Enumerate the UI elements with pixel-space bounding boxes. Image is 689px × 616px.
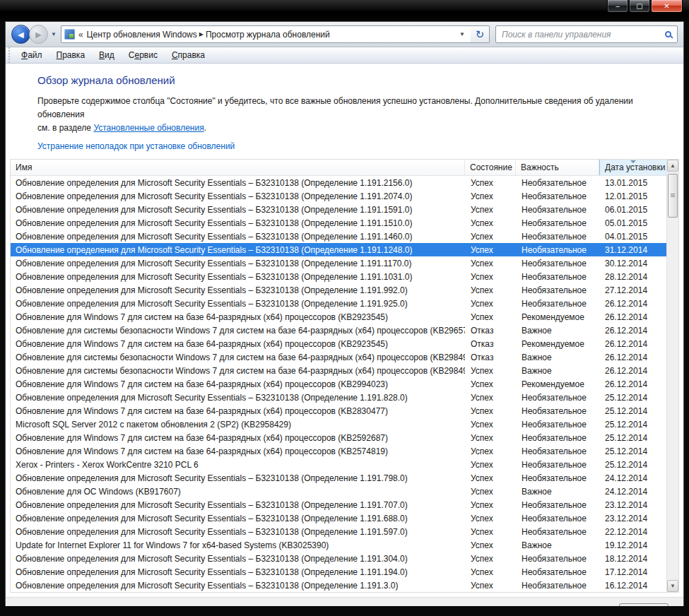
menu-item-файл[interactable]: Файл bbox=[14, 48, 49, 62]
table-row[interactable]: Xerox - Printers - Xerox WorkCentre 3210… bbox=[11, 458, 666, 471]
breadcrumb-item[interactable]: Просмотр журнала обновлений bbox=[206, 30, 330, 40]
ok-button[interactable]: OK bbox=[619, 603, 669, 607]
back-button[interactable]: ◄ bbox=[11, 25, 30, 44]
forward-button[interactable]: ► bbox=[29, 25, 48, 44]
menu-item-вид[interactable]: Вид bbox=[92, 48, 122, 62]
breadcrumb-item[interactable]: Центр обновления Windows bbox=[87, 30, 197, 40]
cell-date: 26.12.2014 bbox=[599, 312, 666, 322]
table-row[interactable]: Обновление для системы безопасности Wind… bbox=[11, 324, 666, 337]
cell-status: Успех bbox=[465, 272, 516, 282]
cell-status: Успех bbox=[465, 567, 516, 577]
table-row[interactable]: Обновление определения для Microsoft Sec… bbox=[11, 283, 666, 297]
cell-importance: Необязательное bbox=[516, 393, 599, 403]
cell-status: Успех bbox=[465, 500, 516, 510]
table-row[interactable]: Обновление для системы безопасности Wind… bbox=[11, 364, 666, 377]
table-row[interactable]: Обновление для Windows 7 для систем на б… bbox=[11, 431, 666, 444]
table-row[interactable]: Обновление для Windows 7 для систем на б… bbox=[11, 337, 666, 350]
search-icon bbox=[665, 31, 671, 37]
column-header-status[interactable]: Состояние bbox=[465, 160, 516, 175]
scrollbar-thumb[interactable] bbox=[668, 174, 678, 218]
cell-status: Успех bbox=[465, 285, 516, 295]
table-row[interactable]: Обновление определения для Microsoft Sec… bbox=[11, 498, 666, 511]
table-row[interactable]: Microsoft SQL Server 2012 с пакетом обно… bbox=[11, 417, 666, 431]
scroll-up-button[interactable]: ▲ bbox=[667, 160, 678, 172]
table-row[interactable]: Update for Internet Explorer 11 for Wind… bbox=[11, 538, 666, 552]
table-row[interactable]: Обновление для Windows 7 для систем на б… bbox=[11, 377, 666, 391]
cell-status: Успех bbox=[465, 554, 516, 564]
cell-importance: Необязательное bbox=[516, 205, 599, 215]
minimize-button[interactable]: – bbox=[607, 0, 628, 13]
menu-item-сервис[interactable]: Сервис bbox=[122, 48, 165, 62]
table-row[interactable]: Обновление определения для Microsoft Sec… bbox=[11, 552, 666, 565]
cell-name: Обновление для Windows 7 для систем на б… bbox=[11, 339, 465, 349]
cell-date: 18.12.2014 bbox=[599, 554, 666, 564]
cell-name: Обновление для Windows 7 для систем на б… bbox=[11, 406, 465, 416]
cell-importance: Важное bbox=[516, 540, 599, 550]
intro-line1: Проверьте содержимое столбца "Состояние"… bbox=[37, 96, 633, 119]
breadcrumb-overflow-icon[interactable]: « bbox=[78, 30, 83, 40]
table-row[interactable]: Обновление определения для Microsoft Sec… bbox=[11, 270, 666, 283]
vertical-scrollbar[interactable]: ▲ ▼ bbox=[666, 160, 678, 592]
cell-status: Успех bbox=[465, 420, 516, 430]
cell-importance: Необязательное bbox=[516, 218, 599, 228]
scrollbar-track[interactable] bbox=[667, 172, 678, 580]
cell-importance: Необязательное bbox=[516, 420, 599, 430]
search-input[interactable]: Поиск в панели управления bbox=[495, 25, 678, 43]
column-header-date[interactable]: Дата установки bbox=[599, 160, 666, 175]
recent-pages-dropdown-icon[interactable]: ▼ bbox=[51, 31, 57, 37]
cell-status: Успех bbox=[465, 191, 516, 201]
table-row[interactable]: Обновление определения для Microsoft Sec… bbox=[11, 203, 666, 216]
table-row[interactable]: Обновление определения для Microsoft Sec… bbox=[11, 189, 666, 203]
table-row[interactable]: Обновление определения для Microsoft Sec… bbox=[11, 565, 666, 579]
cell-status: Отказ bbox=[465, 339, 516, 349]
table-row[interactable]: Обновление определения для Microsoft Sec… bbox=[11, 511, 666, 525]
close-button[interactable]: ✕ bbox=[651, 0, 683, 13]
table-row[interactable]: Обновление определения для Microsoft Sec… bbox=[11, 256, 666, 270]
address-bar[interactable]: « Центр обновления Windows▶Просмотр журн… bbox=[61, 25, 471, 43]
cell-date: 23.12.2014 bbox=[599, 500, 666, 510]
table-row[interactable]: Обновление определения для Microsoft Sec… bbox=[11, 297, 666, 310]
column-header-date-label: Дата установки bbox=[605, 162, 665, 172]
table-row[interactable]: Обновление для Windows 7 для систем на б… bbox=[11, 310, 666, 324]
table-row[interactable]: Обновление определения для Microsoft Sec… bbox=[11, 216, 666, 230]
menu-item-справка[interactable]: Справка bbox=[165, 48, 212, 62]
cell-date: 16.12.2014 bbox=[599, 581, 666, 591]
cell-date: 30.12.2014 bbox=[599, 259, 666, 268]
cell-status: Успех bbox=[465, 245, 516, 255]
table-row[interactable]: Обновление для Windows 7 для систем на б… bbox=[11, 444, 666, 458]
cell-date: 23.12.2014 bbox=[599, 514, 666, 523]
title-bar: – ▢ ✕ bbox=[0, 0, 689, 21]
table-row[interactable]: Обновление определения для Microsoft Sec… bbox=[11, 579, 666, 592]
table-row[interactable]: Обновление для Windows 7 для систем на б… bbox=[11, 404, 666, 417]
table-row[interactable]: Обновление определения для Microsoft Sec… bbox=[11, 230, 666, 243]
table-body: Обновление определения для Microsoft Sec… bbox=[11, 176, 666, 592]
installed-updates-link[interactable]: Установленные обновления bbox=[93, 123, 204, 133]
cell-importance: Рекомендуемое bbox=[516, 379, 599, 389]
table-row[interactable]: Обновление определения для Microsoft Sec… bbox=[11, 525, 666, 538]
table-row[interactable]: Обновление определения для Microsoft Sec… bbox=[11, 471, 666, 485]
cell-status: Успех bbox=[465, 205, 516, 215]
cell-status: Успех bbox=[465, 366, 516, 376]
menu-item-правка[interactable]: Правка bbox=[49, 48, 93, 62]
cell-name: Update for Internet Explorer 11 for Wind… bbox=[11, 540, 465, 550]
cell-importance: Важное bbox=[516, 326, 599, 336]
column-header-importance-label: Важность bbox=[521, 162, 559, 172]
refresh-button[interactable]: ↻ bbox=[471, 25, 490, 43]
cell-status: Успех bbox=[465, 540, 516, 550]
maximize-button[interactable]: ▢ bbox=[629, 0, 650, 13]
cell-name: Обновление для системы безопасности Wind… bbox=[11, 366, 465, 376]
address-dropdown-icon[interactable]: ▼ bbox=[457, 31, 468, 37]
table-row[interactable]: Обновление для системы безопасности Wind… bbox=[11, 350, 666, 364]
cell-date: 17.12.2014 bbox=[599, 567, 666, 577]
column-header-name[interactable]: Имя bbox=[11, 160, 465, 175]
cell-importance: Необязательное bbox=[516, 232, 599, 242]
scroll-down-button[interactable]: ▼ bbox=[667, 580, 678, 592]
column-header-importance[interactable]: Важность bbox=[516, 160, 599, 175]
cell-name: Xerox - Printers - Xerox WorkCentre 3210… bbox=[11, 460, 465, 470]
table-row[interactable]: Обновление определения для Microsoft Sec… bbox=[11, 391, 666, 404]
table-row[interactable]: Обновление определения для Microsoft Sec… bbox=[11, 176, 666, 189]
table-row[interactable]: Обновление для ОС Windows (KB917607)Успе… bbox=[11, 485, 666, 498]
column-header-status-label: Состояние bbox=[470, 162, 512, 172]
troubleshoot-link[interactable]: Устранение неполадок при установке обнов… bbox=[37, 141, 235, 151]
table-row-selected[interactable]: Обновление определения для Microsoft Sec… bbox=[11, 243, 666, 256]
